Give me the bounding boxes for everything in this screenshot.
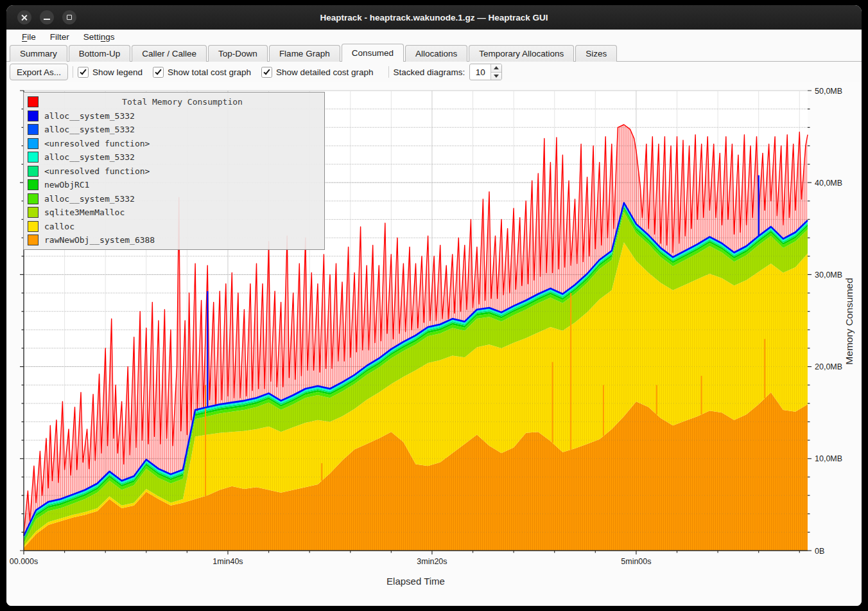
legend-label: <unresolved function> — [44, 139, 150, 148]
legend-swatch — [28, 111, 39, 121]
legend-label: alloc__system_5332 — [44, 125, 135, 134]
svg-text:Elapsed Time: Elapsed Time — [386, 576, 445, 587]
maximize-button[interactable] — [62, 10, 76, 24]
chart-legend: Total Memory Consumptionalloc__system_53… — [23, 92, 325, 250]
legend-swatch — [28, 166, 39, 177]
legend-swatch — [28, 124, 39, 135]
minimize-icon — [44, 19, 50, 20]
legend-label: alloc__system_5332 — [44, 111, 135, 121]
chart-area: 00.000s1min40s3min20s5min00sElapsed Time… — [6, 82, 862, 606]
legend-swatch — [28, 193, 39, 204]
legend-swatch — [28, 235, 39, 245]
checkmark-icon — [155, 67, 161, 75]
tab-temporary-allocations[interactable]: Temporary Allocations — [469, 45, 574, 62]
legend-label: calloc — [44, 222, 74, 231]
legend-label: <unresolved function> — [44, 166, 150, 176]
close-button[interactable] — [17, 10, 31, 24]
titlebar: Heaptrack - heaptrack.wakunode.1.gz — He… — [6, 5, 862, 30]
legend-item: sqlite3MemMalloc — [28, 206, 320, 219]
toolbar-separator — [73, 66, 73, 78]
checkbox-show-total-cost-graph[interactable]: Show total cost graph — [153, 67, 251, 78]
legend-item: alloc__system_5332 — [28, 192, 320, 205]
legend-item: rawNewObj__system_6388 — [28, 234, 320, 247]
legend-label: Total Memory Consumption — [44, 97, 320, 107]
tab-consumed[interactable]: Consumed — [342, 44, 404, 62]
svg-text:5min00s: 5min00s — [621, 557, 651, 566]
legend-swatch — [28, 152, 39, 163]
checkbox-label: Show total cost graph — [168, 67, 251, 77]
window-controls — [17, 10, 76, 24]
legend-swatch — [28, 179, 39, 190]
legend-swatch — [28, 138, 39, 149]
checkmark-icon — [263, 67, 270, 75]
legend-swatch — [28, 207, 39, 218]
legend-item: calloc — [28, 220, 320, 233]
minimize-button[interactable] — [40, 10, 54, 24]
tab-bottom-up[interactable]: Bottom-Up — [69, 45, 131, 62]
tab-flame-graph[interactable]: Flame Graph — [269, 45, 340, 62]
legend-item: <unresolved function> — [28, 137, 320, 150]
checkmark-icon — [80, 67, 86, 75]
tab-bar: SummaryBottom-UpCaller / CalleeTop-DownF… — [6, 44, 862, 62]
svg-text:10,0MB: 10,0MB — [815, 454, 842, 463]
legend-label: alloc__system_5332 — [44, 194, 135, 204]
svg-text:20,0MB: 20,0MB — [815, 362, 842, 371]
legend-item: alloc__system_5332 — [28, 151, 320, 164]
toolbar: Export As... Show legendShow total cost … — [6, 62, 862, 82]
spinbox-value: 10 — [470, 64, 490, 80]
tab-allocations[interactable]: Allocations — [405, 45, 467, 62]
svg-text:50,0MB: 50,0MB — [815, 87, 842, 96]
menu-item-filter[interactable]: Filter — [43, 31, 76, 42]
spinbox-up-button[interactable] — [491, 64, 501, 73]
legend-item: newObjRC1 — [28, 179, 320, 191]
window-title: Heaptrack - heaptrack.wakunode.1.gz — He… — [6, 13, 862, 22]
checkbox-box[interactable] — [153, 67, 164, 78]
svg-text:Memory Consumed: Memory Consumed — [844, 278, 855, 364]
spinbox-down-button[interactable] — [491, 73, 501, 80]
legend-item: alloc__system_5332 — [28, 109, 320, 122]
svg-text:30,0MB: 30,0MB — [815, 270, 842, 279]
checkbox-box[interactable] — [261, 67, 272, 78]
legend-swatch — [28, 221, 39, 232]
checkbox-show-legend[interactable]: Show legend — [78, 67, 143, 78]
checkbox-box[interactable] — [78, 67, 89, 78]
legend-label: alloc__system_5332 — [44, 152, 135, 162]
legend-title-row: Total Memory Consumption — [28, 96, 320, 109]
tab-sizes[interactable]: Sizes — [575, 45, 617, 62]
svg-text:1min40s: 1min40s — [213, 557, 243, 566]
maximize-icon — [67, 15, 72, 20]
checkbox-show-detailed-cost-graph[interactable]: Show detailed cost graph — [261, 67, 374, 78]
down-arrow-icon — [494, 75, 499, 78]
up-arrow-icon — [494, 66, 499, 69]
checkbox-label: Show legend — [92, 67, 143, 77]
tab-caller-callee[interactable]: Caller / Callee — [132, 45, 207, 62]
legend-item: alloc__system_5332 — [28, 123, 320, 136]
export-as-button[interactable]: Export As... — [10, 64, 68, 80]
svg-text:00.000s: 00.000s — [10, 557, 38, 566]
legend-label: rawNewObj__system_6388 — [44, 235, 155, 245]
svg-text:0B: 0B — [815, 547, 824, 556]
checkbox-label: Show detailed cost graph — [276, 67, 374, 77]
stacked-diagrams-label: Stacked diagrams: — [394, 67, 465, 77]
menu-item-settings[interactable]: Settings — [76, 31, 122, 42]
legend-item: <unresolved function> — [28, 164, 320, 177]
toolbar-separator — [388, 66, 389, 78]
svg-text:3min20s: 3min20s — [417, 557, 447, 566]
tab-top-down[interactable]: Top-Down — [208, 45, 268, 62]
tab-summary[interactable]: Summary — [10, 45, 67, 62]
app-window: Heaptrack - heaptrack.wakunode.1.gz — He… — [6, 5, 862, 606]
legend-label: sqlite3MemMalloc — [44, 208, 125, 217]
svg-text:40,0MB: 40,0MB — [815, 179, 842, 188]
legend-label: newObjRC1 — [44, 180, 89, 190]
legend-swatch — [28, 96, 39, 107]
close-icon — [21, 14, 28, 21]
menu-item-file[interactable]: File — [15, 31, 43, 42]
menubar: FileFilterSettings — [6, 30, 862, 44]
stacked-diagrams-spinbox[interactable]: 10 — [469, 64, 502, 80]
